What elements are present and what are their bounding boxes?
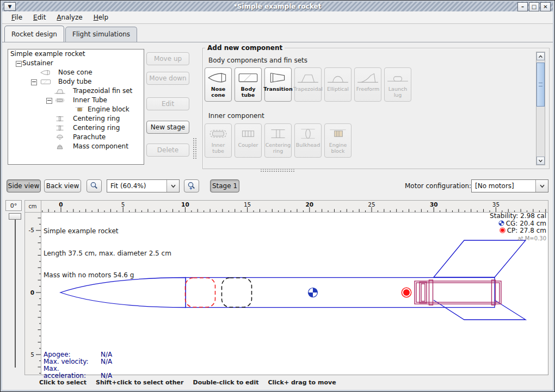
body-tube-icon	[237, 71, 260, 85]
svg-text:0: 0	[59, 201, 63, 208]
stability-info: Stability: 2.98 cal CG: 20.4 cm CP: 27.8…	[490, 213, 546, 242]
scroll-up-button[interactable]	[536, 52, 545, 60]
delete-button: Delete	[146, 144, 189, 157]
component-button-centering-ring: Centering ring	[264, 123, 292, 158]
tree-item-parachute[interactable]: Parachute	[8, 133, 144, 142]
tree-item-nose-cone[interactable]: Nose cone	[8, 68, 144, 77]
cg-marker	[309, 288, 318, 297]
component-button-label: Trapezoidal	[293, 86, 323, 92]
window-menu-icon[interactable]: ▼	[4, 2, 16, 11]
tree-item-centering-ring[interactable]: Centering ring	[8, 114, 144, 123]
menu-file[interactable]: File	[7, 12, 27, 23]
svg-text:30: 30	[430, 201, 438, 208]
tree-item-body-tube[interactable]: Body tube	[8, 77, 144, 86]
side-view-button[interactable]: Side view	[7, 179, 41, 192]
rotation-slider-track[interactable]	[15, 220, 16, 368]
component-button-nose-cone[interactable]: Nose cone	[205, 67, 232, 102]
move-down-button: Move down	[146, 72, 189, 85]
motor-configuration-label: Motor configuration:	[405, 182, 471, 190]
svg-text:25: 25	[368, 201, 375, 208]
tree-item-sustainer[interactable]: Sustainer	[8, 59, 144, 68]
menu-help[interactable]: Help	[89, 12, 113, 23]
component-button-transition[interactable]: Transition	[264, 67, 292, 102]
svg-text:35: 35	[492, 201, 499, 208]
hint-click-select: Click to select	[39, 379, 87, 386]
rocket-name-line: Simple example rocket	[44, 228, 171, 235]
stage-1-toggle-button[interactable]: Stage 1	[210, 179, 239, 192]
hint-click-drag: Click+ drag to move	[268, 379, 336, 386]
component-button-label: Inner tube	[205, 142, 231, 154]
component-button-label: Centering ring	[265, 142, 291, 154]
tree-item-mass-component[interactable]: Mass component	[8, 142, 144, 151]
component-button-label: Coupler	[238, 142, 258, 148]
combo-arrow-button[interactable]	[535, 180, 548, 192]
body-tube-outline[interactable]	[186, 278, 495, 308]
close-button[interactable]: ✕	[540, 2, 551, 11]
svg-text:10: 10	[181, 201, 189, 208]
flight-summary: Apogee:N/A Max. velocity:N/A Max. accele…	[44, 351, 112, 379]
inner-tube-icon	[207, 127, 230, 141]
new-stage-button[interactable]: New stage	[146, 121, 189, 134]
combo-arrow-button[interactable]	[166, 180, 179, 192]
svg-text:15: 15	[244, 201, 251, 208]
vertical-splitter-handle[interactable]	[193, 138, 198, 159]
tab-rocket-design[interactable]: Rocket design	[4, 26, 64, 42]
tree-item-centering-ring[interactable]: Centering ring	[8, 123, 144, 133]
svg-text:0: 0	[30, 289, 34, 296]
component-button-launch-lug: Launch lug	[384, 67, 411, 102]
ruler-unit-label: cm	[28, 203, 36, 209]
zoom-out-button[interactable]	[87, 179, 102, 192]
component-button-label: Nose cone	[205, 86, 231, 98]
rotation-angle-display: 0°	[5, 200, 22, 211]
back-view-button[interactable]: Back view	[44, 179, 81, 192]
tree-item-label: Trapezoidal fin set	[73, 87, 132, 95]
zoom-level-combobox[interactable]: Fit (60.4%)	[107, 179, 180, 192]
motor-configuration-combobox[interactable]: [No motors]	[471, 179, 548, 192]
tree-item-label: Sustainer	[22, 59, 53, 67]
rocket-info-text: Simple example rocket Length 37.5 cm, ma…	[44, 213, 171, 294]
freeform-fin-icon	[356, 71, 379, 85]
rotation-slider-handle[interactable]	[9, 213, 21, 220]
application-window: ▼ *Simple example rocket – □ ✕ FileEditA…	[0, 0, 555, 392]
hint-shift-click: Shift+click to select other	[96, 379, 184, 386]
tree-item-trapezoidal-fin-set[interactable]: Trapezoidal fin set	[8, 86, 144, 96]
chevron-down-icon	[170, 184, 176, 188]
engine-block-icon	[71, 106, 88, 113]
svg-text:5: 5	[30, 351, 34, 358]
tree-item-inner-tube[interactable]: Inner Tube	[8, 96, 144, 105]
tree-expander-icon[interactable]	[31, 79, 37, 85]
tree-item-label: Centering ring	[73, 115, 120, 122]
component-button-label: Freeform	[356, 86, 379, 92]
max-acceleration-row: Max. acceleration:N/A	[44, 365, 112, 379]
tree-item-simple-example-rocket[interactable]: Simple example rocket	[8, 49, 144, 59]
status-hints: Click to select Shift+click to select ot…	[39, 379, 336, 386]
menu-analyze[interactable]: Analyze	[52, 12, 87, 23]
component-tree: Simple example rocketSustainerNose coneB…	[8, 49, 144, 165]
title-bar[interactable]: ▼ *Simple example rocket – □ ✕	[2, 2, 553, 12]
coupler-icon	[237, 127, 260, 141]
component-button-freeform: Freeform	[354, 67, 381, 102]
component-button-trapezoidal: Trapezoidal	[294, 67, 322, 102]
trapezoidal-fin-icon	[297, 71, 319, 85]
component-button-coupler: Coupler	[235, 123, 262, 158]
body-tube-icon	[38, 78, 54, 85]
scroll-down-button[interactable]	[536, 157, 545, 165]
maximize-button[interactable]: □	[529, 2, 539, 11]
scrollbar-thumb[interactable]	[536, 63, 545, 107]
component-panel-scrollbar[interactable]	[536, 52, 545, 165]
component-button-elliptical: Elliptical	[324, 67, 351, 102]
minimize-button[interactable]: –	[517, 2, 528, 11]
component-button-label: Launch lug	[385, 86, 411, 98]
nose-cone-icon	[38, 69, 54, 76]
centering-ring-icon	[52, 115, 68, 122]
component-button-body-tube[interactable]: Body tube	[235, 67, 262, 102]
menu-edit[interactable]: Edit	[28, 12, 51, 23]
tree-item-engine-block[interactable]: Engine block	[8, 105, 144, 114]
tree-expander-icon[interactable]	[16, 61, 22, 67]
component-button-engine-block: Engine block	[324, 123, 351, 158]
zoom-in-button[interactable]	[184, 179, 199, 192]
tab-flight-simulations[interactable]: Flight simulations	[65, 27, 137, 42]
chevron-up-icon	[538, 55, 543, 58]
tree-item-label: Nose cone	[58, 69, 92, 76]
cp-icon	[499, 227, 505, 233]
